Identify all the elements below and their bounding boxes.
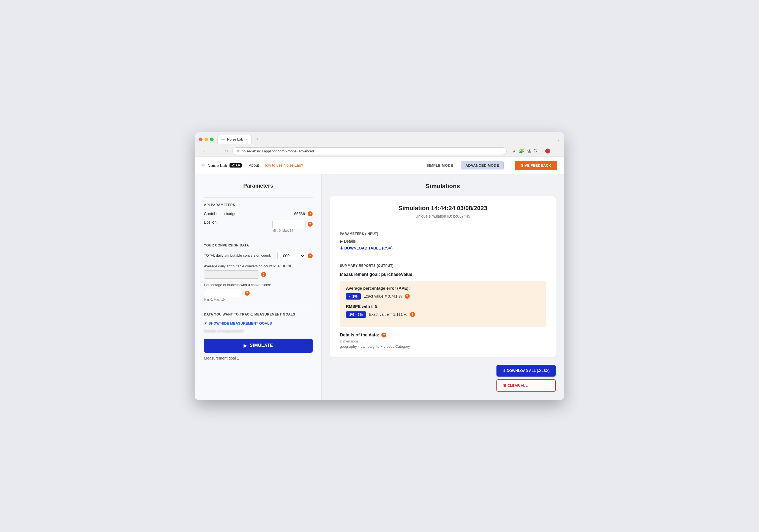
total-daily-row: TOTAL daily attributable conversion coun… <box>204 252 313 260</box>
measurement-goal-label: Measurement goal: purchaseValue <box>340 272 546 277</box>
measurement-section-label: DATA YOU WANT TO TRACK: MEASUREMENT GOAL… <box>204 313 313 316</box>
pct-zero-help-icon[interactable]: ? <box>245 291 250 296</box>
contribution-budget-row: Contribution budget: 65536 ? <box>204 211 313 216</box>
total-daily-help-icon[interactable]: ? <box>308 253 313 258</box>
star-icon[interactable]: ★ <box>512 149 516 154</box>
dimensions-label: Dimensions: <box>340 339 546 343</box>
version-badge: v2.7.0 <box>229 163 242 168</box>
details-of-data-label: Details of the data: ? <box>340 332 546 337</box>
logo-text: Noise Lab <box>208 163 227 168</box>
forward-button[interactable]: → <box>212 148 220 154</box>
pct-zero-row-wrap: Percentage of buckets with 0 conversions… <box>204 283 313 301</box>
tab-icon: ✏ <box>221 137 225 142</box>
url-text: noise-lab.uc.r.appspot.com/?mode=advance… <box>242 149 314 153</box>
window-chevron-icon: ⌄ <box>557 137 560 141</box>
browser-actions: ★ 🧩 ⚗ G □ ⋮ <box>512 149 557 154</box>
google-icon[interactable]: G <box>534 149 537 154</box>
active-tab[interactable]: ✏ Noise Lab × <box>218 135 252 144</box>
tab-bar: ✏ Noise Lab × + <box>218 135 557 144</box>
about-link[interactable]: About <box>249 163 259 168</box>
download-all-button[interactable]: ⬇ DOWNLOAD ALL (.XLSX) <box>497 365 556 377</box>
profile-avatar[interactable] <box>545 149 550 154</box>
avg-daily-row-wrap: Average daily attributable conversion co… <box>204 264 313 279</box>
simulation-card: Simulation 14:44:24 03/08/2023 Unique si… <box>330 196 556 357</box>
conversion-section-label: YOUR CONVERSION DATA <box>204 244 313 247</box>
epsilon-hint: Min: 0, Max: 64 <box>272 229 313 232</box>
details-toggle[interactable]: ▶ Details <box>340 239 546 244</box>
summary-label: SUMMARY REPORTS (OUTPUT) <box>340 264 546 268</box>
close-button[interactable] <box>199 137 203 141</box>
extension-icon[interactable]: 🧩 <box>519 149 524 154</box>
mode-buttons: SIMPLE MODE ADVANCED MODE <box>422 162 503 170</box>
details-help-icon[interactable]: ? <box>381 332 386 337</box>
blurred-measurement-row: Number of measurement <box>204 329 313 333</box>
right-panel: Simulations Simulation 14:44:24 03/08/20… <box>322 174 564 400</box>
browser-chrome: ✏ Noise Lab × + ⌄ ← → ↻ ⊕ noise-lab.uc.r… <box>195 132 564 157</box>
epsilon-input[interactable]: 10 <box>272 220 305 228</box>
total-daily-label: TOTAL daily attributable conversion coun… <box>204 253 275 258</box>
rmspe-label: RMSPE with t=5: <box>346 304 540 309</box>
contribution-budget-help-icon[interactable]: ? <box>308 211 313 216</box>
rmspe-exact-value: Exact value = 1.111 % <box>369 312 407 317</box>
simulation-title: Simulation 14:44:24 03/08/2023 <box>340 205 546 212</box>
rmspe-badge: 1% - 5% <box>346 311 366 318</box>
labs-icon[interactable]: ⚗ <box>527 149 531 154</box>
epsilon-help-icon[interactable]: ? <box>308 222 313 227</box>
details-toggle-label: ▶ Details <box>340 239 356 244</box>
feedback-button[interactable]: GIVE FEEDBACK <box>515 161 557 170</box>
ape-help-icon[interactable]: ? <box>405 294 410 299</box>
maximize-button[interactable] <box>210 137 214 141</box>
dimensions-value: geography × campaignId × productCategory <box>340 344 546 349</box>
total-daily-select[interactable]: 1000 500 2000 <box>277 252 305 260</box>
api-section-label: API PARAMETERS <box>204 203 313 207</box>
refresh-button[interactable]: ↻ <box>222 148 229 154</box>
app-header: ✏ Noise Lab v2.7.0 About How to use Nois… <box>195 157 564 174</box>
pct-zero-input[interactable]: 0 <box>204 289 242 297</box>
show-hide-link[interactable]: ▼ SHOW/HIDE MEASUREMENT GOALS <box>204 321 272 325</box>
ape-badge: < 1% <box>346 293 361 300</box>
traffic-lights <box>199 137 214 141</box>
url-bar[interactable]: ⊕ noise-lab.uc.r.appspot.com/?mode=advan… <box>232 147 507 155</box>
left-panel: Parameters API PARAMETERS Contribution b… <box>195 174 322 400</box>
contribution-budget-value: 65536 <box>294 211 305 216</box>
main-content: Parameters API PARAMETERS Contribution b… <box>195 174 564 400</box>
rmspe-badge-row: 1% - 5% Exact value = 1.111 % ? <box>346 311 540 318</box>
advanced-mode-button[interactable]: ADVANCED MODE <box>461 162 503 170</box>
epsilon-row-wrap: Epsilon: 10 ? Min: 0, Max: 64 <box>204 220 313 232</box>
download-table-link[interactable]: ⬇ DOWNLOAD TABLE (CSV) <box>340 246 392 250</box>
pct-zero-hint: Min: 0, Max: 10 <box>204 298 313 301</box>
avg-daily-help-icon[interactable]: ? <box>261 272 266 277</box>
ape-section: Average percentage error (APE): < 1% Exa… <box>340 281 546 327</box>
avg-daily-input[interactable]: 41 <box>204 270 259 279</box>
avg-daily-label: Average daily attributable conversion co… <box>204 264 313 269</box>
security-icon: ⊕ <box>236 149 239 153</box>
how-to-link[interactable]: How to use Noise Lab? <box>263 163 303 168</box>
address-bar: ← → ↻ ⊕ noise-lab.uc.r.appspot.com/?mode… <box>199 146 560 157</box>
floating-actions: ⬇ DOWNLOAD ALL (.XLSX) 🗑 CLEAR ALL <box>497 365 556 392</box>
pct-zero-label: Percentage of buckets with 0 conversions… <box>204 283 313 287</box>
measurement-goal-section: Measurement goal: purchaseValue Average … <box>340 272 546 349</box>
parameters-title: Parameters <box>204 183 313 189</box>
measurement-goal-preview: Measurement goal 1 <box>204 356 313 361</box>
epsilon-label: Epsilon: <box>204 220 270 224</box>
header-links: About How to use Noise Lab? <box>249 163 303 168</box>
profile-icon[interactable]: □ <box>540 149 542 154</box>
rmspe-help-icon[interactable]: ? <box>410 312 415 317</box>
ape-badge-row: < 1% Exact value = 0.741 % ? <box>346 293 540 300</box>
menu-icon[interactable]: ⋮ <box>553 149 557 154</box>
simulations-title: Simulations <box>330 183 556 190</box>
new-tab-button[interactable]: + <box>254 135 261 143</box>
tab-label: Noise Lab <box>227 137 243 141</box>
minimize-button[interactable] <box>205 137 208 141</box>
clear-all-button[interactable]: 🗑 CLEAR ALL <box>497 379 556 392</box>
simulate-icon: ▶ <box>244 343 247 348</box>
ape-exact-value: Exact value = 0.741 % <box>364 294 402 298</box>
ape-label: Average percentage error (APE): <box>346 286 540 290</box>
simulate-button[interactable]: ▶ ▶ SIMULATE SIMULATE <box>204 339 313 353</box>
tab-close-icon[interactable]: × <box>246 137 247 141</box>
simple-mode-button[interactable]: SIMPLE MODE <box>422 162 458 169</box>
contribution-budget-label: Contribution budget: <box>204 211 292 216</box>
browser-window: ✏ Noise Lab × + ⌄ ← → ↻ ⊕ noise-lab.uc.r… <box>195 132 564 400</box>
logo-area: ✏ Noise Lab v2.7.0 <box>202 163 242 168</box>
back-button[interactable]: ← <box>202 148 210 154</box>
